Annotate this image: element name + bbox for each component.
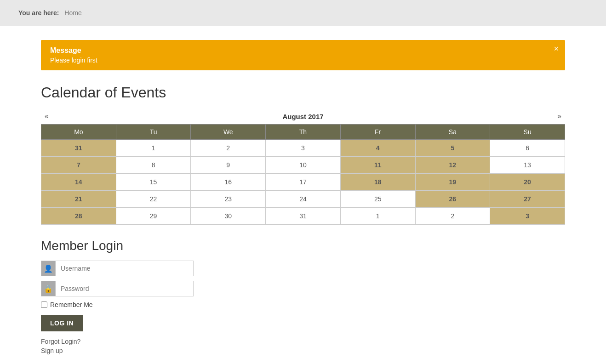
remember-me-label: Remember Me	[50, 301, 93, 308]
username-field-row: 👤	[41, 261, 565, 276]
calendar-week-row: 31123456	[41, 140, 565, 157]
remember-me-checkbox[interactable]	[41, 301, 47, 308]
day-header-fr: Fr	[340, 125, 415, 140]
calendar-heading: Calendar of Events	[41, 84, 565, 101]
calendar-week-row: 21222324252627	[41, 191, 565, 208]
remember-row: Remember Me	[41, 301, 565, 308]
calendar-day-cell[interactable]: 9	[191, 157, 266, 174]
day-header-sa: Sa	[415, 125, 490, 140]
calendar-day-cell[interactable]: 11	[340, 157, 415, 174]
calendar-day-cell[interactable]: 22	[116, 191, 191, 208]
calendar-day-cell[interactable]: 16	[191, 174, 266, 191]
login-button[interactable]: LOG IN	[41, 315, 83, 331]
day-header-tu: Tu	[116, 125, 191, 140]
breadcrumb-bar: You are here: Home	[0, 0, 606, 26]
forgot-login-link[interactable]: Forgot Login?	[41, 338, 565, 345]
calendar-header-row: Mo Tu We Th Fr Sa Su	[41, 125, 565, 140]
lock-icon: 🔒	[41, 281, 56, 296]
calendar-day-cell[interactable]: 4	[340, 140, 415, 157]
message-title: Message	[50, 46, 556, 55]
calendar-day-cell[interactable]: 7	[41, 157, 116, 174]
day-header-we: We	[191, 125, 266, 140]
day-header-th: Th	[266, 125, 341, 140]
password-input[interactable]	[56, 281, 194, 296]
calendar-day-cell[interactable]: 26	[415, 191, 490, 208]
calendar-day-cell[interactable]: 13	[490, 157, 565, 174]
message-body: Please login first	[50, 57, 556, 64]
calendar-day-cell[interactable]: 3	[490, 208, 565, 225]
calendar-day-cell[interactable]: 2	[415, 208, 490, 225]
user-icon: 👤	[41, 261, 56, 276]
calendar-day-cell[interactable]: 31	[266, 208, 341, 225]
calendar-day-cell[interactable]: 6	[490, 140, 565, 157]
calendar-day-cell[interactable]: 20	[490, 174, 565, 191]
calendar-day-cell[interactable]: 19	[415, 174, 490, 191]
calendar-day-cell[interactable]: 24	[266, 191, 341, 208]
day-header-su: Su	[490, 125, 565, 140]
calendar-week-row: 28293031123	[41, 208, 565, 225]
calendar-day-cell[interactable]: 14	[41, 174, 116, 191]
message-close-button[interactable]: ×	[554, 45, 559, 53]
calendar-day-cell[interactable]: 5	[415, 140, 490, 157]
login-heading: Member Login	[41, 239, 565, 253]
calendar-day-cell[interactable]: 1	[340, 208, 415, 225]
calendar-week-row: 14151617181920	[41, 174, 565, 191]
login-links: Forgot Login? Sign up	[41, 338, 565, 354]
calendar-week-row: 78910111213	[41, 157, 565, 174]
calendar-day-cell[interactable]: 27	[490, 191, 565, 208]
calendar-day-cell[interactable]: 10	[266, 157, 341, 174]
calendar-next-button[interactable]: »	[554, 110, 565, 122]
calendar-day-cell[interactable]: 12	[415, 157, 490, 174]
calendar-nav: « August 2017 »	[41, 108, 565, 124]
calendar-day-cell[interactable]: 1	[116, 140, 191, 157]
calendar-day-cell[interactable]: 8	[116, 157, 191, 174]
calendar-day-cell[interactable]: 29	[116, 208, 191, 225]
sign-up-link[interactable]: Sign up	[41, 347, 565, 354]
main-content: Message Please login first × Calendar of…	[23, 26, 583, 364]
calendar-day-cell[interactable]: 2	[191, 140, 266, 157]
calendar-day-cell[interactable]: 17	[266, 174, 341, 191]
username-input[interactable]	[56, 261, 194, 276]
breadcrumb-home-link[interactable]: Home	[64, 9, 81, 17]
calendar-day-cell[interactable]: 31	[41, 140, 116, 157]
calendar-day-cell[interactable]: 21	[41, 191, 116, 208]
calendar-prev-button[interactable]: «	[41, 110, 52, 122]
you-are-here-label: You are here:	[18, 9, 59, 17]
calendar-day-cell[interactable]: 15	[116, 174, 191, 191]
calendar-day-cell[interactable]: 3	[266, 140, 341, 157]
calendar-day-cell[interactable]: 18	[340, 174, 415, 191]
message-banner: Message Please login first ×	[41, 40, 565, 70]
calendar-day-cell[interactable]: 25	[340, 191, 415, 208]
calendar-day-cell[interactable]: 30	[191, 208, 266, 225]
calendar-table: Mo Tu We Th Fr Sa Su 3112345678910111213…	[41, 124, 565, 225]
password-field-row: 🔒	[41, 281, 565, 296]
day-header-mo: Mo	[41, 125, 116, 140]
calendar-month-title: August 2017	[282, 113, 323, 120]
calendar-day-cell[interactable]: 23	[191, 191, 266, 208]
calendar-day-cell[interactable]: 28	[41, 208, 116, 225]
